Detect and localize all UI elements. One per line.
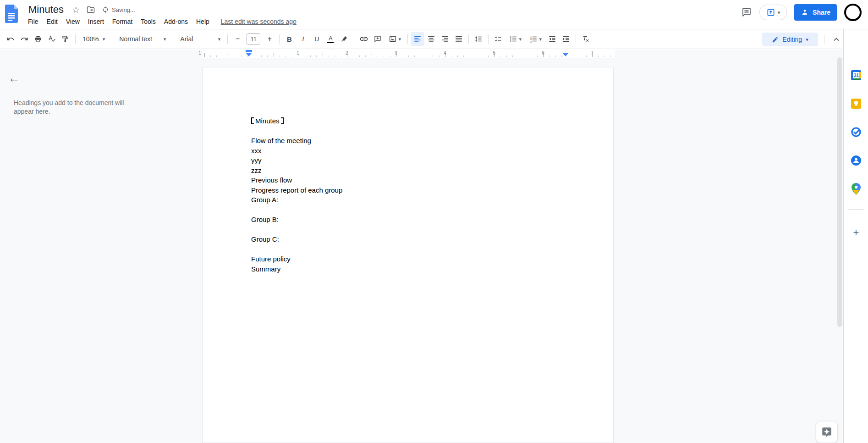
menu-item[interactable]: View — [62, 16, 84, 28]
left-indent-marker[interactable] — [246, 53, 252, 56]
menu-item[interactable]: Format — [108, 16, 137, 28]
google-keep-icon[interactable] — [850, 98, 862, 110]
numbered-list-button[interactable]: 123 ▾ — [525, 32, 545, 46]
app-header: Minutes ☆ Saving... FileEditViewInsertFo… — [0, 0, 868, 29]
spelling-check-button[interactable] — [45, 32, 59, 46]
first-line-indent-marker[interactable] — [246, 50, 252, 52]
chevron-up-icon — [832, 35, 841, 44]
ruler-inch-num: 3 — [393, 50, 399, 55]
editing-mode-button[interactable]: Editing ▾ — [762, 33, 818, 46]
document-page[interactable]: Minutes Flow of the meetingxxxyyyzzzPrev… — [202, 67, 614, 443]
vertical-scrollbar[interactable] — [837, 57, 842, 327]
doc-line: Previous flow — [251, 175, 342, 185]
document-text: Minutes Flow of the meetingxxxyyyzzzPrev… — [251, 116, 342, 274]
explore-icon — [821, 426, 833, 438]
explore-button[interactable] — [816, 421, 838, 443]
google-maps-icon[interactable] — [850, 183, 862, 195]
menu-item[interactable]: Add-ons — [160, 16, 192, 28]
menu-item[interactable]: Edit — [43, 16, 62, 28]
comment-history-icon[interactable] — [741, 7, 752, 18]
menu-item[interactable]: Insert — [84, 16, 108, 28]
undo-button[interactable] — [4, 32, 17, 46]
decrease-font-size-button[interactable]: − — [231, 32, 244, 46]
get-add-ons-button[interactable]: + — [850, 227, 862, 238]
highlight-color-button[interactable] — [337, 32, 351, 46]
dropdown-arrow-icon: ▾ — [164, 37, 166, 42]
toolbar-separator — [824, 35, 824, 44]
hide-menus-button[interactable] — [830, 33, 843, 46]
text-color-icon: A — [327, 35, 334, 43]
doc-line: Progress report of each group — [251, 185, 342, 195]
ruler-inch-num: 5 — [491, 50, 497, 55]
doc-line: Group A: — [251, 195, 342, 205]
toolbar-separator — [468, 34, 469, 44]
add-comment-button[interactable] — [371, 32, 385, 46]
insert-link-button[interactable] — [357, 32, 371, 46]
paragraph-styles-select[interactable]: Normal text ▾ — [115, 32, 170, 46]
menu-item[interactable]: Help — [192, 16, 214, 28]
doc-line: Group C: — [251, 234, 342, 244]
line-spacing-button[interactable] — [472, 32, 485, 46]
menu-item[interactable]: File — [24, 16, 43, 28]
italic-button[interactable]: I — [296, 32, 310, 46]
menu-item[interactable]: Tools — [137, 16, 160, 28]
doc-line — [251, 205, 342, 215]
doc-line — [251, 225, 342, 235]
ruler-inch-num: 2 — [344, 50, 350, 55]
move-to-folder-icon[interactable] — [86, 5, 95, 14]
google-contacts-icon[interactable] — [850, 155, 862, 166]
doc-line — [251, 244, 342, 255]
align-right-button[interactable] — [438, 32, 452, 46]
ruler-inch-numbers: 1234567 — [0, 50, 868, 59]
google-tasks-icon[interactable] — [850, 126, 862, 138]
dropdown-arrow-icon: ▾ — [539, 37, 542, 42]
bold-button[interactable]: B — [282, 32, 296, 46]
doc-line: yyy — [251, 155, 342, 166]
saving-status-text: Saving... — [112, 6, 135, 13]
font-value: Arial — [180, 35, 193, 43]
insert-image-button[interactable]: ▾ — [385, 32, 405, 46]
docs-logo-icon[interactable] — [5, 5, 18, 23]
right-indent-marker[interactable] — [562, 53, 569, 56]
right-lenticular-bracket-icon — [281, 117, 284, 124]
paint-format-button[interactable] — [59, 32, 72, 46]
ruler[interactable]: 1 1234567 — [0, 50, 868, 59]
increase-font-size-button[interactable]: + — [263, 32, 276, 46]
close-outline-arrow-icon[interactable]: ← — [8, 72, 20, 84]
justify-button[interactable] — [452, 32, 466, 46]
decrease-indent-button[interactable] — [545, 32, 559, 46]
font-size-value[interactable]: 11 — [247, 33, 260, 44]
last-edit-link[interactable]: Last edit was seconds ago — [221, 16, 297, 28]
clear-formatting-button[interactable] — [579, 32, 593, 46]
title-row: Minutes ☆ Saving... — [27, 3, 135, 17]
toolbar-separator — [576, 34, 576, 44]
dropdown-arrow-icon: ▾ — [103, 37, 105, 42]
document-title[interactable]: Minutes — [27, 3, 66, 17]
increase-indent-button[interactable] — [559, 32, 573, 46]
doc-title-word: Minutes — [254, 116, 281, 126]
print-button[interactable] — [31, 32, 45, 46]
zoom-value: 100% — [82, 35, 99, 43]
zoom-select[interactable]: 100% ▾ — [78, 32, 109, 46]
align-left-button[interactable] — [411, 32, 424, 46]
pencil-icon — [772, 36, 779, 43]
ruler-inch-num: 1 — [295, 50, 301, 55]
bulleted-list-button[interactable]: ▾ — [505, 32, 525, 46]
share-button[interactable]: Share — [794, 4, 837, 21]
account-avatar[interactable] — [844, 4, 862, 21]
align-center-button[interactable] — [424, 32, 438, 46]
font-select[interactable]: Arial ▾ — [176, 32, 225, 46]
toolbar-separator — [488, 34, 489, 44]
dropdown-arrow-icon: ▾ — [806, 37, 808, 42]
star-icon[interactable]: ☆ — [72, 6, 80, 14]
share-person-icon — [801, 8, 809, 17]
checklist-button[interactable] — [491, 32, 505, 46]
ruler-inch-num: 7 — [589, 50, 595, 55]
google-calendar-icon[interactable]: 31 — [850, 69, 862, 81]
underline-button[interactable]: U — [310, 32, 324, 46]
doc-lines: Flow of the meetingxxxyyyzzzPrevious flo… — [251, 136, 342, 274]
redo-button[interactable] — [17, 32, 31, 46]
open-in-button[interactable]: ▾ — [759, 5, 787, 20]
menu-bar: FileEditViewInsertFormatToolsAdd-onsHelp… — [24, 16, 297, 28]
text-color-button[interactable]: A — [324, 32, 337, 46]
